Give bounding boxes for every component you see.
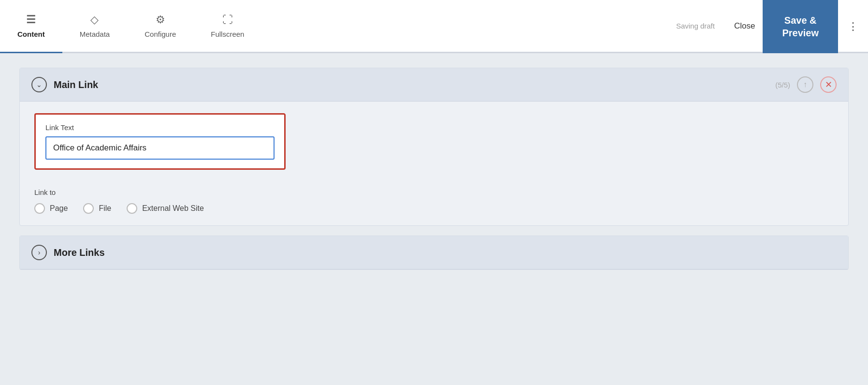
- fullscreen-icon: ⛶: [222, 14, 233, 26]
- tab-metadata[interactable]: ◇ Metadata: [62, 0, 128, 52]
- section-title: Main Link: [54, 79, 98, 90]
- more-links-header: › More Links: [20, 236, 848, 269]
- collapse-button[interactable]: ⌄: [31, 77, 47, 92]
- more-options-button[interactable]: ⋮: [838, 0, 868, 53]
- more-links-title: More Links: [54, 247, 105, 258]
- radio-page-label: Page: [50, 204, 68, 213]
- expand-button[interactable]: ›: [31, 245, 47, 260]
- more-links-section: › More Links: [19, 236, 849, 270]
- save-preview-label: Save & Preview: [782, 15, 819, 38]
- move-up-button[interactable]: ↑: [797, 76, 813, 93]
- tab-content[interactable]: ☰ Content: [0, 0, 62, 52]
- tab-fullscreen[interactable]: ⛶ Fullscreen: [193, 0, 261, 52]
- section-count: (5/5): [775, 81, 790, 89]
- section-body: Link Text Link to Page File: [20, 102, 848, 225]
- arrow-up-icon: ↑: [803, 80, 807, 89]
- metadata-icon: ◇: [90, 14, 99, 26]
- radio-file[interactable]: File: [83, 203, 111, 214]
- chevron-right-icon: ›: [38, 249, 41, 256]
- tab-content-label: Content: [17, 30, 45, 38]
- configure-icon: ⚙: [156, 14, 165, 26]
- save-preview-button[interactable]: Save & Preview: [763, 0, 838, 53]
- content-icon: ☰: [26, 14, 36, 26]
- link-text-label: Link Text: [45, 123, 275, 132]
- radio-circle-page: [34, 203, 45, 214]
- remove-button[interactable]: ✕: [820, 76, 837, 93]
- tab-configure-label: Configure: [145, 30, 176, 38]
- link-text-field-container: Link Text: [34, 113, 286, 170]
- saving-draft-status: Saving draft: [676, 22, 715, 30]
- radio-circle-file: [83, 203, 94, 214]
- main-content: ⌄ Main Link (5/5) ↑ ✕ Link Text Link: [0, 53, 868, 385]
- link-to-label: Link to: [34, 188, 834, 196]
- link-to-section: Link to Page File External Web Site: [34, 188, 834, 214]
- link-text-input[interactable]: [45, 136, 275, 160]
- toolbar-spacer: [261, 0, 676, 52]
- tab-configure[interactable]: ⚙ Configure: [127, 0, 193, 52]
- close-button[interactable]: Close: [726, 17, 763, 35]
- main-link-section: ⌄ Main Link (5/5) ↑ ✕ Link Text Link: [19, 68, 849, 226]
- toolbar-right: Saving draft Close: [676, 0, 763, 52]
- radio-external-label: External Web Site: [142, 204, 204, 213]
- tab-fullscreen-label: Fullscreen: [211, 30, 244, 38]
- close-icon: ✕: [825, 79, 832, 90]
- link-to-radio-group: Page File External Web Site: [34, 203, 834, 214]
- main-link-header: ⌄ Main Link (5/5) ↑ ✕: [20, 68, 848, 102]
- tab-metadata-label: Metadata: [80, 30, 110, 38]
- radio-circle-external: [127, 203, 137, 214]
- toolbar: ☰ Content ◇ Metadata ⚙ Configure ⛶ Fulls…: [0, 0, 868, 53]
- section-header-controls: (5/5) ↑ ✕: [775, 76, 837, 93]
- radio-file-label: File: [99, 204, 111, 213]
- radio-external[interactable]: External Web Site: [127, 203, 204, 214]
- radio-page[interactable]: Page: [34, 203, 68, 214]
- more-icon: ⋮: [848, 20, 858, 33]
- chevron-down-icon: ⌄: [36, 81, 42, 89]
